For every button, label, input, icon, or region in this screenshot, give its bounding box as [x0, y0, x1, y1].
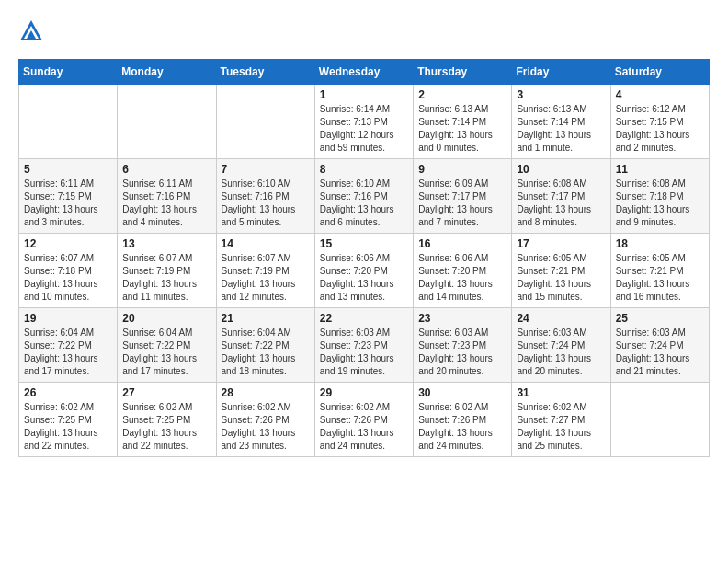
calendar-cell: 7Sunrise: 6:10 AM Sunset: 7:16 PM Daylig…: [216, 159, 314, 234]
calendar-cell: 17Sunrise: 6:05 AM Sunset: 7:21 PM Dayli…: [512, 234, 610, 308]
calendar-cell: 6Sunrise: 6:11 AM Sunset: 7:16 PM Daylig…: [118, 159, 216, 234]
day-number: 21: [222, 312, 310, 325]
day-info: Sunrise: 6:04 AM Sunset: 7:22 PM Dayligh…: [24, 327, 112, 378]
day-info: Sunrise: 6:10 AM Sunset: 7:16 PM Dayligh…: [222, 178, 310, 229]
day-info: Sunrise: 6:02 AM Sunset: 7:27 PM Dayligh…: [517, 401, 605, 453]
day-info: Sunrise: 6:07 AM Sunset: 7:19 PM Dayligh…: [122, 252, 210, 304]
calendar-cell: 16Sunrise: 6:06 AM Sunset: 7:20 PM Dayli…: [414, 234, 512, 308]
day-info: Sunrise: 6:07 AM Sunset: 7:19 PM Dayligh…: [222, 252, 310, 304]
calendar-cell: 21Sunrise: 6:04 AM Sunset: 7:22 PM Dayli…: [216, 308, 314, 383]
weekday-header-saturday: Saturday: [610, 60, 709, 85]
weekday-header-thursday: Thursday: [414, 60, 512, 85]
day-number: 16: [418, 237, 506, 250]
day-number: 8: [320, 163, 408, 176]
day-info: Sunrise: 6:03 AM Sunset: 7:24 PM Dayligh…: [616, 327, 704, 378]
day-number: 7: [222, 163, 310, 176]
day-number: 27: [122, 386, 210, 399]
day-info: Sunrise: 6:13 AM Sunset: 7:14 PM Dayligh…: [517, 103, 605, 155]
day-number: 24: [517, 312, 605, 325]
calendar-cell: [19, 85, 118, 159]
day-info: Sunrise: 6:02 AM Sunset: 7:26 PM Dayligh…: [418, 401, 506, 453]
day-info: Sunrise: 6:11 AM Sunset: 7:16 PM Dayligh…: [122, 178, 210, 229]
day-info: Sunrise: 6:02 AM Sunset: 7:25 PM Dayligh…: [24, 401, 112, 453]
calendar-cell: 31Sunrise: 6:02 AM Sunset: 7:27 PM Dayli…: [512, 383, 610, 457]
day-number: 1: [320, 88, 408, 101]
calendar-cell: 2Sunrise: 6:13 AM Sunset: 7:14 PM Daylig…: [414, 85, 512, 159]
day-info: Sunrise: 6:10 AM Sunset: 7:16 PM Dayligh…: [320, 178, 408, 229]
calendar-cell: 14Sunrise: 6:07 AM Sunset: 7:19 PM Dayli…: [216, 234, 314, 308]
day-info: Sunrise: 6:14 AM Sunset: 7:13 PM Dayligh…: [320, 103, 408, 155]
day-number: 17: [517, 237, 605, 250]
day-info: Sunrise: 6:12 AM Sunset: 7:15 PM Dayligh…: [616, 103, 704, 155]
day-info: Sunrise: 6:02 AM Sunset: 7:26 PM Dayligh…: [320, 401, 408, 453]
calendar-cell: [216, 85, 314, 159]
calendar-cell: 12Sunrise: 6:07 AM Sunset: 7:18 PM Dayli…: [19, 234, 118, 308]
day-number: 10: [517, 163, 605, 176]
weekday-header-monday: Monday: [118, 60, 216, 85]
calendar-week-row: 12Sunrise: 6:07 AM Sunset: 7:18 PM Dayli…: [19, 234, 710, 308]
day-number: 23: [418, 312, 506, 325]
day-info: Sunrise: 6:07 AM Sunset: 7:18 PM Dayligh…: [24, 252, 112, 304]
day-number: 29: [320, 386, 408, 399]
day-number: 4: [616, 88, 704, 101]
day-info: Sunrise: 6:03 AM Sunset: 7:23 PM Dayligh…: [320, 327, 408, 378]
day-number: 11: [616, 163, 704, 176]
day-number: 20: [122, 312, 210, 325]
day-info: Sunrise: 6:03 AM Sunset: 7:23 PM Dayligh…: [418, 327, 506, 378]
day-number: 2: [418, 88, 506, 101]
day-info: Sunrise: 6:03 AM Sunset: 7:24 PM Dayligh…: [517, 327, 605, 378]
calendar-cell: 25Sunrise: 6:03 AM Sunset: 7:24 PM Dayli…: [610, 308, 709, 383]
day-number: 3: [517, 88, 605, 101]
calendar-cell: [610, 383, 709, 457]
day-number: 31: [517, 386, 605, 399]
day-info: Sunrise: 6:11 AM Sunset: 7:15 PM Dayligh…: [24, 178, 112, 229]
day-info: Sunrise: 6:05 AM Sunset: 7:21 PM Dayligh…: [616, 252, 704, 304]
weekday-header-sunday: Sunday: [19, 60, 118, 85]
day-number: 12: [24, 237, 112, 250]
day-number: 6: [122, 163, 210, 176]
logo-icon: [18, 18, 44, 44]
calendar-cell: 13Sunrise: 6:07 AM Sunset: 7:19 PM Dayli…: [118, 234, 216, 308]
calendar-cell: 1Sunrise: 6:14 AM Sunset: 7:13 PM Daylig…: [314, 85, 413, 159]
day-info: Sunrise: 6:02 AM Sunset: 7:26 PM Dayligh…: [222, 401, 310, 453]
day-number: 18: [616, 237, 704, 250]
day-number: 26: [24, 386, 112, 399]
calendar-cell: 29Sunrise: 6:02 AM Sunset: 7:26 PM Dayli…: [314, 383, 413, 457]
logo: [18, 18, 48, 44]
calendar-cell: 26Sunrise: 6:02 AM Sunset: 7:25 PM Dayli…: [19, 383, 118, 457]
calendar-week-row: 1Sunrise: 6:14 AM Sunset: 7:13 PM Daylig…: [19, 85, 710, 159]
calendar-cell: 24Sunrise: 6:03 AM Sunset: 7:24 PM Dayli…: [512, 308, 610, 383]
calendar-cell: 9Sunrise: 6:09 AM Sunset: 7:17 PM Daylig…: [414, 159, 512, 234]
day-number: 22: [320, 312, 408, 325]
day-info: Sunrise: 6:04 AM Sunset: 7:22 PM Dayligh…: [222, 327, 310, 378]
weekday-header-friday: Friday: [512, 60, 610, 85]
day-number: 9: [418, 163, 506, 176]
calendar-cell: 28Sunrise: 6:02 AM Sunset: 7:26 PM Dayli…: [216, 383, 314, 457]
day-number: 30: [418, 386, 506, 399]
calendar-cell: 15Sunrise: 6:06 AM Sunset: 7:20 PM Dayli…: [314, 234, 413, 308]
day-number: 13: [122, 237, 210, 250]
day-info: Sunrise: 6:06 AM Sunset: 7:20 PM Dayligh…: [418, 252, 506, 304]
weekday-header-row: SundayMondayTuesdayWednesdayThursdayFrid…: [19, 60, 710, 85]
day-info: Sunrise: 6:06 AM Sunset: 7:20 PM Dayligh…: [320, 252, 408, 304]
day-info: Sunrise: 6:09 AM Sunset: 7:17 PM Dayligh…: [418, 178, 506, 229]
calendar-cell: 22Sunrise: 6:03 AM Sunset: 7:23 PM Dayli…: [314, 308, 413, 383]
day-number: 14: [222, 237, 310, 250]
calendar-cell: 23Sunrise: 6:03 AM Sunset: 7:23 PM Dayli…: [414, 308, 512, 383]
weekday-header-tuesday: Tuesday: [216, 60, 314, 85]
day-info: Sunrise: 6:08 AM Sunset: 7:17 PM Dayligh…: [517, 178, 605, 229]
weekday-header-wednesday: Wednesday: [314, 60, 413, 85]
calendar-cell: 18Sunrise: 6:05 AM Sunset: 7:21 PM Dayli…: [610, 234, 709, 308]
calendar-cell: 20Sunrise: 6:04 AM Sunset: 7:22 PM Dayli…: [118, 308, 216, 383]
day-number: 15: [320, 237, 408, 250]
calendar-cell: 8Sunrise: 6:10 AM Sunset: 7:16 PM Daylig…: [314, 159, 413, 234]
calendar-cell: 27Sunrise: 6:02 AM Sunset: 7:25 PM Dayli…: [118, 383, 216, 457]
calendar-cell: 11Sunrise: 6:08 AM Sunset: 7:18 PM Dayli…: [610, 159, 709, 234]
day-info: Sunrise: 6:02 AM Sunset: 7:25 PM Dayligh…: [122, 401, 210, 453]
day-info: Sunrise: 6:05 AM Sunset: 7:21 PM Dayligh…: [517, 252, 605, 304]
day-number: 25: [616, 312, 704, 325]
calendar-cell: 30Sunrise: 6:02 AM Sunset: 7:26 PM Dayli…: [414, 383, 512, 457]
calendar-cell: 10Sunrise: 6:08 AM Sunset: 7:17 PM Dayli…: [512, 159, 610, 234]
calendar-table: SundayMondayTuesdayWednesdayThursdayFrid…: [18, 59, 710, 457]
calendar-cell: 19Sunrise: 6:04 AM Sunset: 7:22 PM Dayli…: [19, 308, 118, 383]
